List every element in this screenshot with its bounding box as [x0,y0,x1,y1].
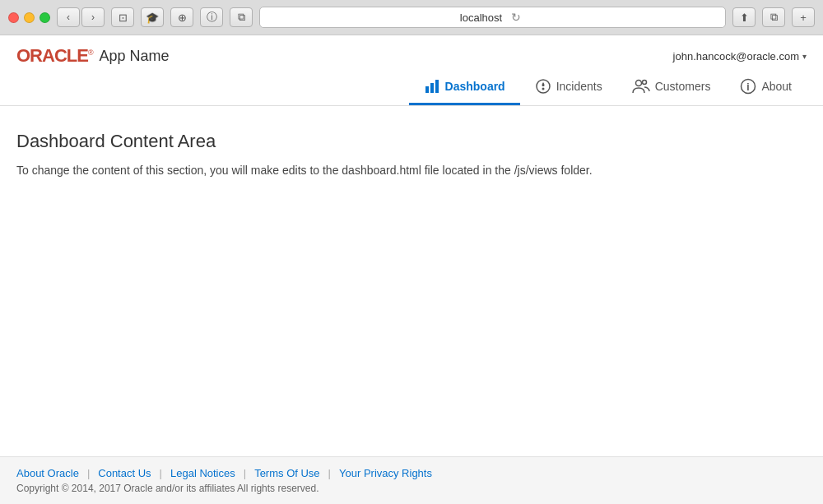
customers-icon [632,78,650,95]
app-header: ORACLE® App Name john.hancock@oracle.com… [0,35,823,106]
svg-text:i: i [747,81,750,93]
footer-copyright: Copyright © 2014, 2017 Oracle and/or its… [16,483,807,494]
tab-dashboard-label: Dashboard [445,80,505,93]
content-description: To change the content of this section, y… [16,162,807,179]
tab-about[interactable]: i About [725,70,807,105]
footer-link-contact-us[interactable]: Contact Us [98,467,151,479]
tab-incidents-label: Incidents [556,80,602,93]
footer-link-privacy-rights[interactable]: Your Privacy Rights [339,467,432,479]
svg-point-5 [635,81,641,86]
footer-separator-2: | [160,467,162,479]
maximize-button[interactable] [40,12,50,23]
history-button[interactable]: 🎓 [141,7,164,27]
svg-rect-2 [435,80,439,93]
tab-about-label: About [761,80,792,93]
footer-separator-4: | [328,467,331,479]
footer-link-legal-notices[interactable]: Legal Notices [170,467,235,479]
app-name-label: App Name [100,48,170,65]
back-button[interactable]: ‹ [57,7,80,27]
layers-button[interactable]: ⧉ [230,7,253,27]
tab-dashboard[interactable]: Dashboard [409,70,520,105]
url-text: localhost [460,12,502,24]
share-button[interactable]: ⬆ [732,7,756,27]
info-button[interactable]: ⓘ [200,7,223,27]
traffic-lights [8,12,50,23]
content-title: Dashboard Content Area [16,131,807,152]
minimize-button[interactable] [24,12,35,23]
browser-toolbar: ‹ › ⊡ 🎓 ⊕ ⓘ ⧉ localhost ↻ ⬆ ⧉ + [0,0,823,35]
svg-point-6 [642,81,646,85]
new-tab-button[interactable]: ⧉ [762,7,785,27]
user-menu[interactable]: john.hancock@oracle.com ▾ [673,50,807,62]
nav-tabs: Dashboard Incidents [0,70,823,105]
incidents-icon [535,78,551,95]
oracle-logo: ORACLE® App Name [16,45,170,67]
tab-customers[interactable]: Customers [617,70,726,105]
refresh-button[interactable]: ↻ [507,8,525,26]
footer-links: About Oracle | Contact Us | Legal Notice… [16,467,807,479]
oracle-wordmark: ORACLE® [16,45,93,67]
footer-link-about-oracle[interactable]: About Oracle [16,467,79,479]
address-bar[interactable]: localhost ↻ [259,7,726,28]
pocket-button[interactable]: ⊕ [170,7,193,27]
close-button[interactable] [8,12,19,23]
app-footer: About Oracle | Contact Us | Legal Notice… [0,456,823,504]
tab-incidents[interactable]: Incidents [520,70,617,105]
main-content: Dashboard Content Area To change the con… [0,106,823,456]
svg-rect-0 [425,86,429,93]
extensions-button[interactable]: + [792,7,815,27]
svg-rect-1 [430,83,434,93]
app-container: ORACLE® App Name john.hancock@oracle.com… [0,35,823,504]
forward-button[interactable]: › [81,7,105,27]
about-icon: i [740,78,756,95]
nav-buttons: ‹ › [57,7,105,27]
user-menu-dropdown-icon: ▾ [802,52,807,61]
reader-view-button[interactable]: ⊡ [111,7,134,27]
user-email-label: john.hancock@oracle.com [673,50,799,62]
footer-separator-1: | [87,467,90,479]
svg-point-4 [542,88,544,90]
tab-customers-label: Customers [655,80,711,93]
footer-separator-3: | [244,467,246,479]
dashboard-icon [424,78,440,95]
browser-chrome: ‹ › ⊡ 🎓 ⊕ ⓘ ⧉ localhost ↻ ⬆ ⧉ + [0,0,823,35]
app-header-top: ORACLE® App Name john.hancock@oracle.com… [0,35,823,70]
footer-link-terms-of-use[interactable]: Terms Of Use [254,467,319,479]
